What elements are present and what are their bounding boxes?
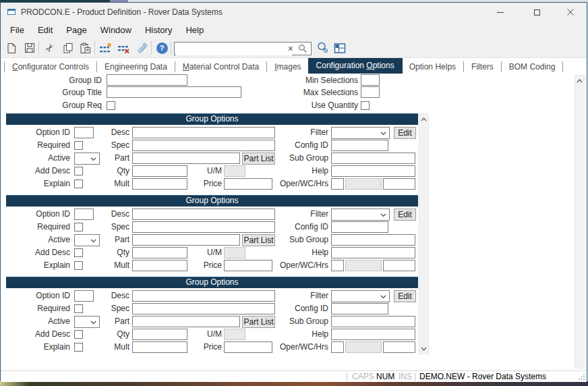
minimize-button[interactable]: [489, 3, 512, 22]
desc-input[interactable]: [132, 127, 275, 138]
chevron-down-icon: [380, 213, 386, 217]
tab-engineering-data[interactable]: Engineering Data: [98, 60, 174, 74]
filter-dropdown[interactable]: [331, 290, 390, 302]
group-id-input[interactable]: [107, 74, 187, 86]
menu-page[interactable]: Page: [59, 22, 93, 38]
toolbar-separator: [151, 41, 152, 55]
desc-input[interactable]: [132, 209, 275, 220]
edit-button[interactable]: Edit: [394, 127, 416, 139]
menu-file[interactable]: File: [3, 22, 31, 38]
caps-indicator: CAPS: [352, 372, 374, 381]
hrs-input[interactable]: [383, 260, 415, 271]
oper-wc-hrs-label: Oper/WC/Hrs: [257, 178, 328, 190]
maximize-button[interactable]: [525, 3, 548, 22]
min-selections-label: Min Selections: [260, 75, 358, 86]
add-record-icon[interactable]: [99, 42, 111, 54]
scroll-up-icon[interactable]: [419, 114, 428, 124]
num-indicator: NUM: [376, 372, 394, 381]
scroll-down-icon[interactable]: [419, 343, 428, 354]
part-input[interactable]: [132, 153, 240, 164]
config-id-input[interactable]: [331, 303, 388, 314]
tab-material-control-data[interactable]: Material Control Data: [176, 60, 266, 74]
delete-record-icon[interactable]: [117, 42, 129, 54]
tab-configuration-options[interactable]: Configuration Options: [308, 58, 403, 74]
tab-bom-coding[interactable]: BOM Coding: [502, 60, 562, 74]
resize-grip[interactable]: [579, 373, 585, 380]
filter-dropdown[interactable]: [331, 209, 390, 221]
oper-input[interactable]: [331, 260, 344, 271]
filter-label: Filter: [257, 127, 328, 138]
spec-input[interactable]: [132, 140, 275, 151]
use-quantity-checkbox[interactable]: [361, 101, 370, 110]
hrs-input[interactable]: [383, 178, 415, 190]
chevron-down-icon: [380, 132, 386, 136]
part-input[interactable]: [132, 234, 240, 246]
menu-history[interactable]: History: [138, 22, 179, 38]
qty-label: Qty: [75, 329, 129, 340]
mult-input[interactable]: [132, 260, 187, 271]
help-input[interactable]: [331, 329, 415, 340]
group-req-label: Group Req: [1, 100, 102, 111]
option-id-label: Option ID: [1, 127, 70, 138]
qty-input[interactable]: [132, 247, 187, 258]
spec-input[interactable]: [132, 221, 275, 233]
sub-group-label: Sub Group: [257, 234, 328, 246]
hrs-input[interactable]: [383, 341, 415, 353]
explain-label: Explain: [1, 341, 70, 353]
group-title-input[interactable]: [107, 86, 241, 98]
window-scrollbar[interactable]: [575, 75, 585, 368]
help-input[interactable]: [331, 247, 415, 258]
menu-window[interactable]: Window: [94, 22, 138, 38]
paste-icon[interactable]: [79, 42, 91, 54]
layout-icon[interactable]: [334, 42, 346, 54]
menu-edit[interactable]: Edit: [31, 22, 59, 38]
config-id-input[interactable]: [331, 221, 388, 233]
qty-input[interactable]: [132, 329, 187, 340]
desc-input[interactable]: [132, 290, 275, 302]
menu-help[interactable]: Help: [179, 22, 210, 38]
copy-icon[interactable]: [62, 42, 74, 54]
active-label: Active: [1, 316, 70, 327]
mult-input[interactable]: [132, 178, 187, 190]
mult-label: Mult: [75, 341, 129, 353]
attachment-icon[interactable]: [136, 42, 148, 54]
sub-group-input[interactable]: [331, 153, 415, 164]
max-selections-input[interactable]: [361, 86, 380, 98]
desc-label: Desc: [75, 127, 129, 138]
edit-button[interactable]: Edit: [394, 209, 416, 221]
tab-option-helps[interactable]: Option Helps: [403, 60, 463, 74]
tab-images[interactable]: Images: [268, 60, 307, 74]
sub-group-input[interactable]: [331, 234, 415, 246]
filter-dropdown[interactable]: [331, 127, 390, 139]
edit-button[interactable]: Edit: [394, 290, 416, 302]
part-input[interactable]: [132, 316, 240, 327]
help-input[interactable]: [331, 165, 415, 177]
qty-input[interactable]: [132, 165, 187, 177]
spec-input[interactable]: [132, 303, 275, 314]
new-document-icon[interactable]: [5, 42, 18, 54]
part-label: Part: [75, 316, 129, 327]
required-label: Required: [1, 303, 70, 314]
save-icon[interactable]: [24, 42, 36, 54]
mult-input[interactable]: [132, 341, 187, 353]
scroll-up-icon[interactable]: [575, 76, 584, 86]
oper-input[interactable]: [331, 178, 344, 190]
search-input[interactable]: [176, 43, 292, 55]
min-selections-input[interactable]: [361, 74, 380, 86]
config-id-input[interactable]: [331, 140, 388, 151]
oper-input[interactable]: [331, 341, 344, 353]
cut-icon[interactable]: ✂: [44, 42, 56, 54]
group-req-checkbox[interactable]: [107, 101, 115, 110]
search-icon[interactable]: [298, 44, 307, 53]
close-button[interactable]: [559, 3, 582, 22]
qty-label: Qty: [75, 165, 129, 177]
help-icon[interactable]: ?: [156, 42, 168, 54]
view-record-icon[interactable]: [317, 42, 329, 54]
inner-scrollbar[interactable]: [419, 113, 429, 354]
um-input: [224, 165, 245, 177]
sub-group-input[interactable]: [331, 316, 415, 327]
tab-filters[interactable]: Filters: [465, 60, 500, 74]
tab-configurator-controls[interactable]: Configurator Controls: [5, 60, 96, 74]
clear-search-icon[interactable]: ×: [288, 43, 293, 55]
use-quantity-label: Use Quantity: [260, 100, 358, 111]
